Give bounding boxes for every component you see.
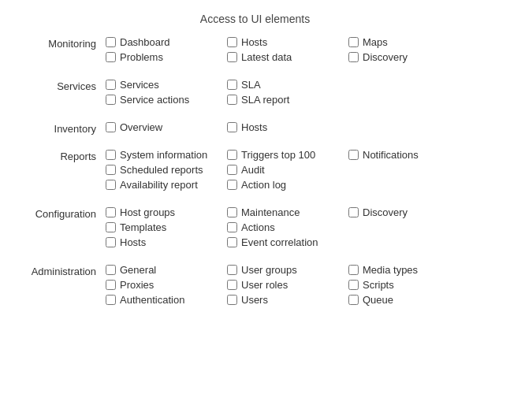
- checkbox-availability-report[interactable]: [106, 180, 116, 190]
- checkbox-label-notifications: Notifications: [363, 149, 419, 161]
- checkbox-row-maintenance: Maintenance: [227, 206, 345, 218]
- checkbox-label-hosts-conf: Hosts: [120, 236, 146, 248]
- checkbox-user-groups[interactable]: [227, 265, 237, 275]
- checkbox-row-general: General: [106, 264, 224, 276]
- checkbox-label-maintenance: Maintenance: [241, 206, 300, 218]
- checkbox-service-actions[interactable]: [106, 95, 116, 105]
- checkbox-row-templates: Templates: [106, 221, 224, 233]
- checkbox-user-roles[interactable]: [227, 280, 237, 290]
- checkbox-actions[interactable]: [227, 222, 237, 232]
- checkbox-authentication[interactable]: [106, 295, 116, 305]
- checkbox-latest-data[interactable]: [227, 52, 237, 62]
- checkbox-row-hosts-conf: Hosts: [106, 236, 224, 248]
- checkbox-label-dashboard: Dashboard: [120, 36, 170, 48]
- section-label-services: Services: [19, 79, 106, 92]
- checkbox-row-maps: Maps: [348, 36, 467, 48]
- col-services-1: SLASLA report: [227, 79, 345, 109]
- checkbox-label-action-log: Action log: [241, 179, 286, 191]
- checkbox-overview[interactable]: [106, 122, 116, 132]
- checkbox-hosts-mon[interactable]: [227, 37, 237, 47]
- checkbox-maintenance[interactable]: [227, 207, 237, 217]
- checkbox-scheduled-reports[interactable]: [106, 165, 116, 175]
- checkbox-hosts-conf[interactable]: [106, 237, 116, 247]
- checkbox-queue[interactable]: [348, 295, 359, 305]
- checkbox-hosts-inv[interactable]: [227, 122, 237, 132]
- col-monitoring-2: MapsDiscovery: [348, 36, 467, 66]
- checkbox-row-problems: Problems: [106, 51, 224, 63]
- section-columns-services: ServicesService actionsSLASLA report: [106, 79, 491, 109]
- checkbox-row-dashboard: Dashboard: [106, 36, 224, 48]
- checkbox-proxies[interactable]: [106, 280, 116, 290]
- checkbox-services[interactable]: [106, 80, 116, 90]
- checkbox-sla[interactable]: [227, 80, 237, 90]
- col-services-2: [348, 79, 467, 109]
- checkbox-row-users: Users: [227, 294, 345, 306]
- checkbox-row-overview: Overview: [106, 121, 224, 133]
- checkbox-label-maps: Maps: [363, 36, 388, 48]
- checkbox-discovery-mon[interactable]: [348, 52, 359, 62]
- checkbox-row-sla: SLA: [227, 79, 345, 91]
- section-columns-monitoring: DashboardProblemsHostsLatest dataMapsDis…: [106, 36, 491, 66]
- checkbox-row-action-log: Action log: [227, 179, 345, 191]
- checkbox-problems[interactable]: [106, 52, 116, 62]
- checkbox-row-scheduled-reports: Scheduled reports: [106, 164, 224, 176]
- checkbox-general[interactable]: [106, 265, 116, 275]
- checkbox-row-scripts: Scripts: [348, 279, 467, 291]
- checkbox-label-queue: Queue: [363, 294, 393, 306]
- section-label-inventory: Inventory: [19, 121, 106, 135]
- checkbox-dashboard[interactable]: [106, 37, 116, 47]
- checkbox-label-authentication: Authentication: [120, 294, 184, 306]
- checkbox-label-problems: Problems: [120, 51, 163, 63]
- checkbox-label-users: Users: [241, 294, 268, 306]
- checkbox-row-services: Services: [106, 79, 224, 91]
- checkbox-system-information[interactable]: [106, 150, 116, 160]
- checkbox-label-user-groups: User groups: [241, 264, 297, 276]
- checkbox-templates[interactable]: [106, 222, 116, 232]
- checkbox-row-user-groups: User groups: [227, 264, 345, 276]
- section-services: ServicesServicesService actionsSLASLA re…: [19, 79, 491, 109]
- col-inventory-1: Hosts: [227, 121, 345, 136]
- col-monitoring-0: DashboardProblems: [106, 36, 224, 66]
- checkbox-label-overview: Overview: [120, 121, 162, 133]
- checkbox-row-discovery-conf: Discovery: [348, 206, 467, 218]
- checkbox-discovery-conf[interactable]: [348, 207, 359, 217]
- checkbox-scripts[interactable]: [348, 280, 359, 290]
- checkbox-label-scripts: Scripts: [363, 279, 394, 291]
- checkbox-row-host-groups: Host groups: [106, 206, 224, 218]
- section-label-reports: Reports: [19, 149, 106, 162]
- checkbox-label-hosts-mon: Hosts: [241, 36, 267, 48]
- checkbox-label-latest-data: Latest data: [241, 51, 292, 63]
- section-label-monitoring: Monitoring: [19, 36, 106, 50]
- checkbox-action-log[interactable]: [227, 180, 237, 190]
- col-administration-0: GeneralProxiesAuthentication: [106, 264, 224, 309]
- col-monitoring-1: HostsLatest data: [227, 36, 345, 66]
- checkbox-row-media-types: Media types: [348, 264, 467, 276]
- section-columns-configuration: Host groupsTemplatesHostsMaintenanceActi…: [106, 206, 491, 251]
- checkbox-row-queue: Queue: [348, 294, 467, 306]
- section-label-administration: Administration: [19, 264, 106, 277]
- checkbox-label-sla: SLA: [241, 79, 261, 91]
- checkbox-label-event-correlation: Event correlation: [241, 236, 318, 248]
- checkbox-notifications[interactable]: [348, 150, 359, 160]
- section-monitoring: MonitoringDashboardProblemsHostsLatest d…: [19, 36, 491, 66]
- section-columns-reports: System informationScheduled reportsAvail…: [106, 149, 491, 194]
- checkbox-triggers-top-100[interactable]: [227, 150, 237, 160]
- checkbox-host-groups[interactable]: [106, 207, 116, 217]
- checkbox-users[interactable]: [227, 295, 237, 305]
- checkbox-row-triggers-top-100: Triggers top 100: [227, 149, 345, 161]
- col-inventory-0: Overview: [106, 121, 224, 136]
- section-administration: AdministrationGeneralProxiesAuthenticati…: [19, 264, 491, 309]
- checkbox-audit[interactable]: [227, 165, 237, 175]
- checkbox-maps[interactable]: [348, 37, 359, 47]
- checkbox-row-hosts-mon: Hosts: [227, 36, 345, 48]
- col-configuration-0: Host groupsTemplatesHosts: [106, 206, 224, 251]
- checkbox-label-user-roles: User roles: [241, 279, 288, 291]
- checkbox-label-general: General: [120, 264, 156, 276]
- col-administration-2: Media typesScriptsQueue: [348, 264, 467, 309]
- checkbox-media-types[interactable]: [348, 265, 359, 275]
- checkbox-row-proxies: Proxies: [106, 279, 224, 291]
- checkbox-sla-report[interactable]: [227, 95, 237, 105]
- checkbox-label-availability-report: Availability report: [120, 179, 198, 191]
- checkbox-event-correlation[interactable]: [227, 237, 237, 247]
- checkbox-label-discovery-conf: Discovery: [363, 206, 408, 218]
